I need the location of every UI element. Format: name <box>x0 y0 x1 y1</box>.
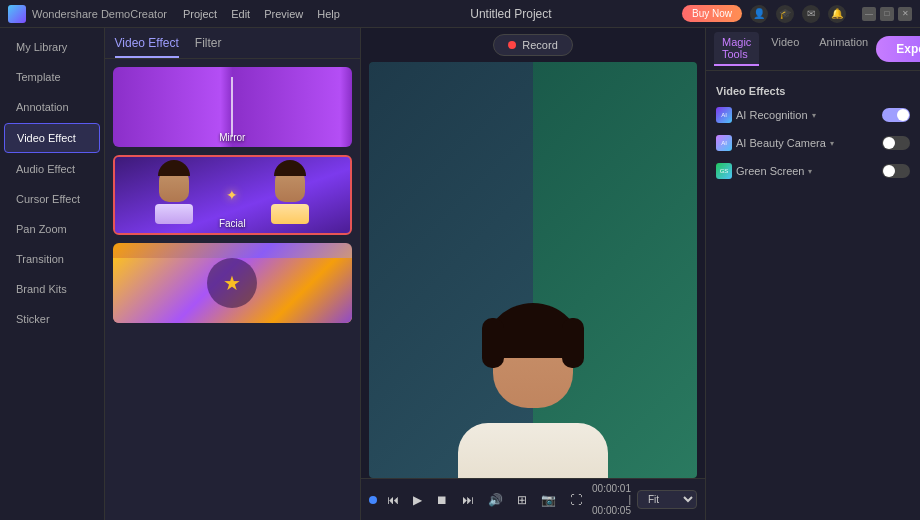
buy-now-button[interactable]: Buy Now <box>682 5 742 22</box>
effects-grid: Mirror ✦ <box>105 59 361 520</box>
topbar-actions: Buy Now 👤 🎓 ✉ 🔔 <box>682 5 846 23</box>
record-label: Record <box>522 39 557 51</box>
crop-button[interactable]: ⊞ <box>513 491 531 509</box>
effect-label-mirror: Mirror <box>113 132 353 143</box>
record-dot-icon <box>508 41 516 49</box>
playhead-indicator <box>369 496 377 504</box>
ai-recognition-toggle[interactable] <box>882 108 910 122</box>
sidebar-item-audio-effect[interactable]: Audio Effect <box>4 155 100 183</box>
ai-beauty-camera-row: AI AI Beauty Camera ▾ <box>716 135 910 151</box>
green-screen-toggle[interactable] <box>882 164 910 178</box>
user-icon[interactable]: 👤 <box>750 5 768 23</box>
project-title: Untitled Project <box>356 7 666 21</box>
green-screen-name: GS Green Screen ▾ <box>716 163 812 179</box>
menu-project[interactable]: Project <box>183 8 217 20</box>
green-screen-row: GS Green Screen ▾ <box>716 163 910 179</box>
sidebar-item-video-effect[interactable]: Video Effect <box>4 123 100 153</box>
right-panel-tabs: Magic Tools Video Animation <box>714 32 876 66</box>
sidebar-item-pan-zoom[interactable]: Pan Zoom <box>4 215 100 243</box>
effects-panel: Video Effect Filter Mirror <box>105 28 362 520</box>
minimize-button[interactable]: — <box>862 7 876 21</box>
effect-label-facial: Facial <box>115 218 351 229</box>
record-button[interactable]: Record <box>493 34 572 56</box>
logo-area: Wondershare DemoCreator <box>8 5 167 23</box>
app-logo-icon <box>8 5 26 23</box>
stop-button[interactable]: ⏹ <box>432 491 452 509</box>
menu-help[interactable]: Help <box>317 8 340 20</box>
screenshot-button[interactable]: 📷 <box>537 491 560 509</box>
message-icon[interactable]: ✉ <box>802 5 820 23</box>
sidebar-item-brand-kits[interactable]: Brand Kits <box>4 275 100 303</box>
app-name: Wondershare DemoCreator <box>32 8 167 20</box>
ai-recognition-row: AI AI Recognition ▾ <box>716 107 910 123</box>
sidebar-item-my-library[interactable]: My Library <box>4 33 100 61</box>
tab-animation[interactable]: Animation <box>811 32 876 66</box>
learn-icon[interactable]: 🎓 <box>776 5 794 23</box>
maximize-button[interactable]: □ <box>880 7 894 21</box>
ai-beauty-dropdown-icon: ▾ <box>830 139 834 148</box>
main-content: My Library Template Annotation Video Eff… <box>0 28 920 520</box>
effect-card-mirror[interactable]: Mirror <box>113 67 353 147</box>
effect-card-third[interactable]: ★ <box>113 243 353 323</box>
notification-icon[interactable]: 🔔 <box>828 5 846 23</box>
time-display: 00:00:01 | 00:00:05 <box>592 483 631 516</box>
effect-card-facial[interactable]: ✦ Facial <box>113 155 353 235</box>
fit-selector[interactable]: Fit 100% 75% 50% <box>637 490 697 509</box>
effects-tabs: Video Effect Filter <box>105 28 361 59</box>
sidebar-item-template[interactable]: Template <box>4 63 100 91</box>
volume-button[interactable]: 🔊 <box>484 491 507 509</box>
rewind-button[interactable]: ⏮ <box>383 491 403 509</box>
menu-bar: Project Edit Preview Help <box>183 8 340 20</box>
sidebar: My Library Template Annotation Video Eff… <box>0 28 105 520</box>
sidebar-item-sticker[interactable]: Sticker <box>4 305 100 333</box>
menu-edit[interactable]: Edit <box>231 8 250 20</box>
forward-button[interactable]: ⏭ <box>458 491 478 509</box>
ai-beauty-icon: AI <box>716 135 732 151</box>
ai-beauty-toggle[interactable] <box>882 136 910 150</box>
tab-video[interactable]: Video <box>763 32 807 66</box>
sidebar-item-annotation[interactable]: Annotation <box>4 93 100 121</box>
sidebar-item-cursor-effect[interactable]: Cursor Effect <box>4 185 100 213</box>
menu-preview[interactable]: Preview <box>264 8 303 20</box>
ai-recognition-name: AI AI Recognition ▾ <box>716 107 816 123</box>
right-panel: Magic Tools Video Animation Export Video… <box>705 28 920 520</box>
export-button[interactable]: Export <box>876 36 920 62</box>
tab-filter[interactable]: Filter <box>195 36 222 58</box>
close-button[interactable]: ✕ <box>898 7 912 21</box>
play-button[interactable]: ▶ <box>409 491 426 509</box>
tab-video-effect[interactable]: Video Effect <box>115 36 179 58</box>
ai-recognition-toggle-knob <box>897 109 909 121</box>
topbar: Wondershare DemoCreator Project Edit Pre… <box>0 0 920 28</box>
green-screen-icon: GS <box>716 163 732 179</box>
ai-recognition-dropdown-icon: ▾ <box>812 111 816 120</box>
window-controls: — □ ✕ <box>862 7 912 21</box>
fullscreen-button[interactable]: ⛶ <box>566 491 586 509</box>
ai-beauty-toggle-knob <box>883 137 895 149</box>
sidebar-item-transition[interactable]: Transition <box>4 245 100 273</box>
preview-top-bar: Record <box>361 28 705 62</box>
video-effects-section-title: Video Effects <box>716 85 910 97</box>
green-screen-dropdown-icon: ▾ <box>808 167 812 176</box>
green-screen-toggle-knob <box>883 165 895 177</box>
tab-magic-tools[interactable]: Magic Tools <box>714 32 759 66</box>
playback-controls: ⏮ ▶ ⏹ ⏭ 🔊 ⊞ 📷 ⛶ 00:00:01 | 00:00:05 Fit … <box>361 478 705 520</box>
ai-recognition-icon: AI <box>716 107 732 123</box>
right-panel-content: Video Effects AI AI Recognition ▾ AI AI … <box>706 75 920 520</box>
ai-beauty-camera-name: AI AI Beauty Camera ▾ <box>716 135 834 151</box>
video-preview <box>369 62 697 478</box>
preview-area: Record <box>361 28 705 520</box>
